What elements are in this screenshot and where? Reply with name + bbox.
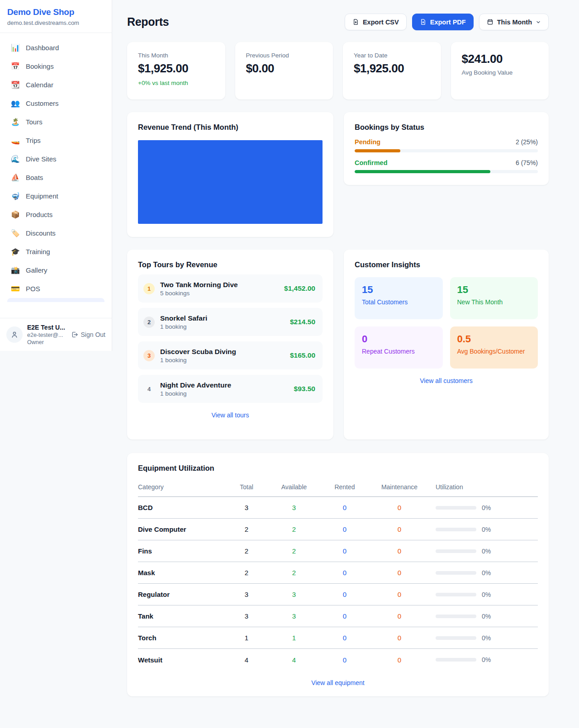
cell-total: 3: [226, 591, 267, 598]
shop-subdomain: demo.test.divestreams.com: [7, 19, 104, 26]
sidebar-item[interactable]: 🏝️ Tours: [4, 113, 108, 131]
sidebar-item[interactable]: ⛵ Boats: [4, 168, 108, 187]
bookings-by-status-title: Bookings by Status: [355, 123, 538, 132]
col-available: Available: [267, 483, 321, 491]
utilization-track: [436, 615, 476, 618]
stat-card-avg-booking-value: $241.00 Avg Booking Value: [451, 42, 549, 99]
tour-row: 1 Two Tank Morning Dive 5 bookings $1,45…: [138, 274, 323, 303]
user-icon: [10, 331, 19, 339]
sign-out-label: Sign Out: [81, 331, 105, 338]
insight-tile: 15 New This Month: [450, 277, 538, 319]
status-row: Confirmed 6 (75%): [355, 159, 538, 173]
sidebar-item-label: Training: [26, 248, 50, 255]
cell-available: 2: [267, 547, 321, 555]
utilization-percent: 0%: [482, 613, 491, 620]
utilization-track: [436, 506, 476, 510]
avatar: [6, 326, 23, 343]
sidebar-item[interactable]: 🌊 Dive Sites: [4, 150, 108, 168]
export-csv-button[interactable]: Export CSV: [345, 14, 407, 30]
stat-label: This Month: [138, 52, 214, 59]
cell-category: Regulator: [138, 591, 226, 598]
status-value: 2 (25%): [516, 138, 538, 146]
cell-maintenance: 0: [369, 547, 430, 555]
cell-utilization: 0%: [430, 634, 538, 642]
cell-maintenance: 0: [369, 634, 430, 642]
sidebar-item-reports-partial[interactable]: [7, 298, 104, 302]
equipment-row: Regulator 3 3 0 0 0%: [138, 584, 538, 605]
insight-label: Repeat Customers: [362, 348, 436, 355]
sidebar-item[interactable]: 📆 Calendar: [4, 76, 108, 94]
sidebar-item[interactable]: 🏷️ Discounts: [4, 224, 108, 242]
stat-card-this-month: This Month $1,925.00 +0% vs last month: [127, 42, 225, 99]
sidebar-header: Demo Dive Shop demo.test.divestreams.com: [0, 0, 112, 33]
status-row: Pending 2 (25%): [355, 138, 538, 152]
view-all-tours-link[interactable]: View all tours: [138, 411, 323, 419]
tour-info: Discover Scuba Diving 1 booking: [160, 348, 285, 364]
equipment-row: Fins 2 2 0 0 0%: [138, 540, 538, 562]
sidebar-item-label: Equipment: [26, 192, 58, 200]
equipment-row: Tank 3 3 0 0 0%: [138, 605, 538, 627]
cell-rented: 0: [321, 612, 369, 620]
sidebar-item[interactable]: 📅 Bookings: [4, 57, 108, 76]
insight-tile: 15 Total Customers: [355, 277, 443, 319]
cell-available: 2: [267, 525, 321, 533]
equipment-row: Dive Computer 2 2 0 0 0%: [138, 519, 538, 540]
tour-info: Two Tank Morning Dive 5 bookings: [160, 281, 279, 297]
insight-value: 15: [362, 284, 436, 296]
sidebar-item-label: Calendar: [26, 81, 53, 89]
stat-label: Avg Booking Value: [462, 69, 538, 76]
customer-insights-title: Customer Insights: [355, 260, 538, 269]
lists-row: Top Tours by Revenue 1 Two Tank Morning …: [127, 250, 549, 440]
cell-total: 2: [226, 547, 267, 555]
cell-maintenance: 0: [369, 591, 430, 598]
sidebar-item[interactable]: 👥 Customers: [4, 94, 108, 113]
sidebar-item[interactable]: 📦 Products: [4, 205, 108, 224]
period-dropdown[interactable]: This Month: [479, 14, 549, 30]
view-all-equipment-link[interactable]: View all equipment: [138, 679, 538, 686]
user-email: e2e-tester@...: [27, 332, 66, 338]
sidebar-item[interactable]: 🚤 Trips: [4, 131, 108, 150]
equipment-utilization-card: Equipment Utilization Category Total Ava…: [127, 453, 549, 696]
sidebar-item-label: Customers: [26, 99, 59, 107]
sidebar-item[interactable]: 💳 POS: [4, 279, 108, 298]
stat-label: Previous Period: [246, 52, 323, 59]
nav-icon: 🤿: [11, 192, 20, 200]
top-tours-card: Top Tours by Revenue 1 Two Tank Morning …: [127, 250, 333, 440]
cell-rented: 0: [321, 547, 369, 555]
col-total: Total: [226, 483, 267, 491]
sidebar-item[interactable]: 🤿 Equipment: [4, 187, 108, 205]
cell-rented: 0: [321, 504, 369, 511]
bookings-by-status-card: Bookings by Status Pending 2 (25%): [344, 112, 549, 185]
sidebar: Demo Dive Shop demo.test.divestreams.com…: [0, 0, 112, 351]
cell-maintenance: 0: [369, 656, 430, 664]
sidebar-item[interactable]: 📊 Dashboard: [4, 38, 108, 57]
tour-bookings: 1 booking: [160, 390, 289, 397]
sidebar-item-label: Gallery: [26, 266, 47, 274]
export-csv-label: Export CSV: [363, 19, 399, 26]
cell-total: 2: [226, 525, 267, 533]
utilization-track: [436, 528, 476, 531]
stat-delta: +0% vs last month: [138, 80, 214, 86]
equipment-row: Wetsuit 4 4 0 0 0%: [138, 649, 538, 671]
sidebar-item[interactable]: 📸 Gallery: [4, 261, 108, 279]
insight-tiles: 15 Total Customers 15 New This Month 0 R…: [355, 277, 538, 369]
status-line: Pending 2 (25%): [355, 138, 538, 146]
sidebar-item[interactable]: 🎓 Training: [4, 242, 108, 261]
top-tours-title: Top Tours by Revenue: [138, 260, 323, 269]
tour-info: Snorkel Safari 1 booking: [160, 314, 285, 330]
view-all-customers-link[interactable]: View all customers: [355, 377, 538, 384]
nav-icon: 🚤: [11, 136, 20, 145]
insight-tile: 0.5 Avg Bookings/Customer: [450, 326, 538, 369]
equipment-row: Torch 1 1 0 0 0%: [138, 627, 538, 649]
calendar-icon: [487, 19, 494, 25]
sign-out-button[interactable]: Sign Out: [71, 331, 105, 338]
export-pdf-button[interactable]: Export PDF: [412, 14, 474, 30]
cell-category: BCD: [138, 504, 226, 511]
utilization-track: [436, 549, 476, 553]
insight-value: 0: [362, 333, 436, 345]
nav-icon: 🏝️: [11, 118, 20, 126]
tour-row: 4 Night Dive Adventure 1 booking $93.50: [138, 375, 323, 403]
cell-total: 4: [226, 656, 267, 664]
utilization-percent: 0%: [482, 526, 491, 533]
cell-rented: 0: [321, 656, 369, 664]
